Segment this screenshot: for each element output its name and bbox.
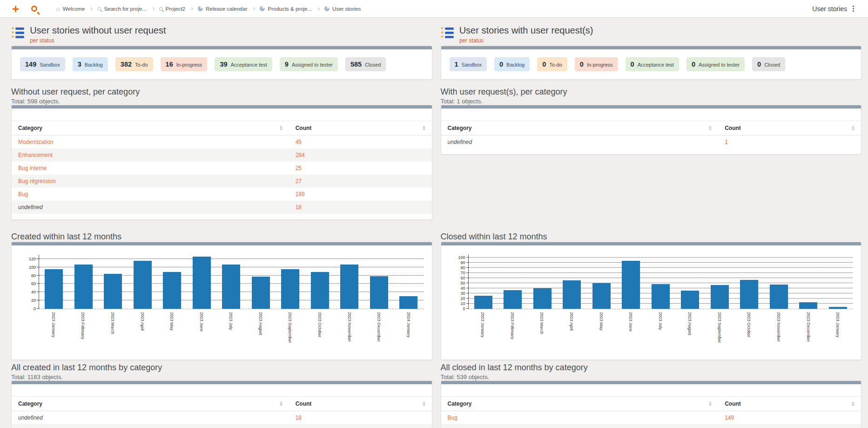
column-header-count[interactable]: Count [718, 397, 861, 411]
add-icon[interactable]: + [12, 3, 19, 15]
category-link[interactable]: Modernization [18, 139, 53, 145]
breadcrumb-item[interactable]: Project2 [159, 6, 185, 12]
status-badge[interactable]: 9Assigned to tester [280, 57, 338, 71]
category-count-table: CategoryCountModernization45Enhancement2… [12, 121, 432, 214]
status-badge[interactable]: 0To-do [537, 57, 567, 71]
search-icon [97, 7, 101, 11]
sort-icon[interactable] [709, 126, 712, 130]
count-cell: 25 [289, 162, 432, 175]
category-link[interactable]: Bug régression [18, 178, 56, 184]
category-link[interactable]: Bug [18, 191, 28, 197]
status-badge[interactable]: 16In-progress [161, 57, 208, 71]
chart-bar-slot [246, 255, 276, 309]
y-axis-tick-label: 40 [31, 290, 36, 294]
status-label: Closed [764, 62, 780, 68]
section-total: Total: 1 objects. [441, 98, 862, 105]
count-value[interactable]: 18 [296, 204, 302, 211]
status-badge[interactable]: 0Assigned to tester [686, 57, 745, 71]
category-cell: Bug régression [12, 175, 289, 188]
sort-icon[interactable] [280, 126, 283, 130]
page-title: User stories [812, 5, 847, 13]
tracker-list-icon-row: ★ [11, 35, 24, 38]
chart-bar-slot [394, 255, 424, 309]
status-badge[interactable]: 1Sandbox [450, 57, 487, 71]
table-row: Modernization45 [12, 136, 432, 149]
status-count: 0 [499, 61, 503, 68]
sort-icon[interactable] [423, 401, 425, 406]
status-count: 382 [121, 61, 132, 68]
status-badge[interactable]: 0Closed [752, 57, 785, 71]
chart-bar [711, 285, 729, 309]
column-header-category[interactable]: Category [441, 397, 719, 411]
sort-up-arrow [709, 126, 712, 128]
status-badge[interactable]: 382To-do [115, 57, 153, 71]
category-link[interactable]: Bug [448, 414, 458, 421]
topbar-right: User stories [812, 5, 856, 13]
table-row: Bug199 [12, 188, 432, 201]
chart-bar-slot [39, 255, 69, 309]
x-label-slot: 2023 April [128, 312, 157, 353]
status-badge[interactable]: 0Backlog [494, 57, 530, 71]
chart-bar [622, 261, 640, 309]
column-header-category[interactable]: Category [12, 121, 289, 136]
x-label-slot: 2023 February [498, 312, 527, 353]
column-header-count[interactable]: Count [289, 121, 432, 136]
category-cell: undefined [441, 136, 719, 149]
section-heading-category_table-left: Without user request, per categoryTotal:… [11, 87, 432, 105]
count-cell: 1 [718, 136, 861, 149]
breadcrumb-item[interactable]: Search for proje... [97, 6, 146, 12]
x-axis-label: 2023 July [658, 312, 663, 330]
y-axis-tick-label: 90 [460, 260, 465, 265]
x-axis-label: 2023 December [806, 312, 811, 342]
chart-bar-slot [557, 255, 587, 309]
status-badge[interactable]: 0In-progress [575, 57, 618, 71]
count-value[interactable]: 25 [296, 165, 302, 171]
widget-subtitle: per status [30, 37, 166, 44]
status-badge[interactable]: 39Acceptance test [215, 57, 272, 71]
status-badge[interactable]: 149Sandbox [20, 57, 65, 71]
sort-icon[interactable] [423, 126, 425, 130]
widget-titles: User stories with user request(s)per sta… [459, 25, 593, 44]
breadcrumb-item[interactable]: Products & proje... [260, 6, 312, 12]
column-header-category[interactable]: Category [441, 121, 719, 136]
pie-chart-icon [324, 6, 330, 11]
star-icon: ★ [441, 31, 444, 34]
x-label-slot: 2024 January [394, 312, 424, 353]
count-value[interactable]: 18 [296, 414, 302, 421]
x-label-slot: 2023 April [557, 312, 586, 353]
count-value[interactable]: 149 [725, 414, 734, 421]
x-label-slot: 2023 June [616, 312, 646, 353]
column-header-count[interactable]: Count [718, 121, 861, 136]
breadcrumb-item[interactable]: ⌂Welcome [56, 6, 85, 12]
sort-icon[interactable] [280, 401, 283, 406]
status-badge[interactable]: 585Closed [345, 57, 386, 71]
status-badge[interactable]: 0Acceptance test [626, 57, 679, 71]
chart-bar [770, 285, 788, 309]
kebab-menu-icon[interactable] [853, 8, 854, 9]
column-header-count[interactable]: Count [289, 397, 432, 411]
category-link[interactable]: Enhancement [18, 152, 53, 158]
search-icon[interactable] [31, 6, 37, 12]
x-label-slot: 2023 November [335, 312, 364, 353]
status-label: Assigned to tester [292, 62, 333, 68]
status-label: Assigned to tester [699, 62, 740, 68]
breadcrumb-item[interactable]: Release calendar [198, 6, 248, 12]
chart-bar-slot [734, 255, 764, 309]
chart-card-right: 01020304050607080901002023 January2023 F… [441, 242, 862, 360]
count-value[interactable]: 1 [725, 139, 728, 145]
category-link[interactable]: Bug interne [18, 165, 47, 171]
count-value[interactable]: 45 [296, 139, 302, 145]
chart-bar-slot [764, 255, 794, 309]
sort-icon[interactable] [709, 401, 712, 406]
count-value[interactable]: 284 [296, 152, 305, 158]
sort-icon[interactable] [852, 126, 855, 130]
count-value[interactable]: 199 [296, 191, 305, 197]
sort-icon[interactable] [852, 401, 855, 406]
table-body: Modernization45Enhancement284Bug interne… [12, 136, 432, 214]
chart-bar [399, 296, 417, 309]
table-row: undefined1 [441, 136, 861, 149]
breadcrumb-item[interactable]: User stories [324, 6, 361, 12]
status-badge[interactable]: 3Backlog [73, 57, 108, 71]
column-header-category[interactable]: Category [12, 397, 289, 411]
count-value[interactable]: 27 [296, 178, 302, 184]
